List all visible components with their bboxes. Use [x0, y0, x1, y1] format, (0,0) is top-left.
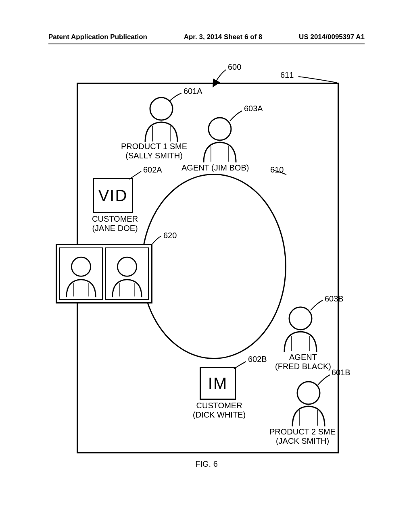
person-icon — [278, 304, 323, 353]
ref-610: 610 — [270, 165, 284, 175]
vid-text: VID — [98, 187, 128, 205]
figure-caption: FIG. 6 — [48, 459, 365, 469]
header-right: US 2014/0095397 A1 — [299, 33, 365, 41]
label-agent1: AGENT (JIM BOB) — [181, 163, 249, 172]
panel-cell — [105, 247, 149, 300]
header-rule — [48, 44, 365, 44]
svg-point-4 — [289, 307, 312, 330]
vid-box: VID — [93, 178, 133, 213]
ref-603A: 603A — [244, 104, 263, 113]
panel-620 — [56, 244, 152, 303]
ref-601B: 601B — [332, 368, 350, 377]
person-icon — [107, 253, 147, 299]
person-icon — [61, 253, 101, 299]
person-icon — [139, 95, 184, 143]
svg-point-5 — [297, 382, 320, 404]
label-sme1: PRODUCT 1 SME (SALLY SMITH) — [121, 142, 187, 160]
panel-cell — [59, 247, 103, 300]
label-customer1: CUSTOMER (JANE DOE) — [92, 214, 138, 233]
table-610 — [141, 174, 286, 359]
svg-point-0 — [150, 98, 173, 120]
svg-point-1 — [209, 118, 231, 140]
ref-603B: 603B — [325, 294, 344, 303]
figure: 600 611 601A 603A 602A 610 620 603B 602B… — [48, 62, 365, 470]
svg-point-3 — [117, 257, 136, 276]
im-text: IM — [208, 374, 227, 393]
ref-620: 620 — [163, 231, 177, 240]
person-icon — [198, 115, 242, 163]
label-agent2: AGENT (FRED BLACK) — [275, 353, 331, 371]
header-left: Patent Application Publication — [48, 33, 147, 41]
ref-611: 611 — [280, 71, 294, 80]
header-center: Apr. 3, 2014 Sheet 6 of 8 — [184, 33, 263, 41]
ref-602B: 602B — [248, 355, 267, 364]
person-icon — [286, 379, 331, 427]
page-header: Patent Application Publication Apr. 3, 2… — [0, 33, 413, 41]
ref-602A: 602A — [143, 165, 162, 175]
label-customer2: CUSTOMER (DICK WHITE) — [193, 401, 246, 420]
label-sme2: PRODUCT 2 SME (JACK SMITH) — [269, 427, 336, 446]
ref-600: 600 — [228, 62, 241, 72]
ref-601A: 601A — [184, 87, 202, 96]
svg-point-2 — [71, 257, 90, 276]
im-box: IM — [200, 367, 236, 400]
